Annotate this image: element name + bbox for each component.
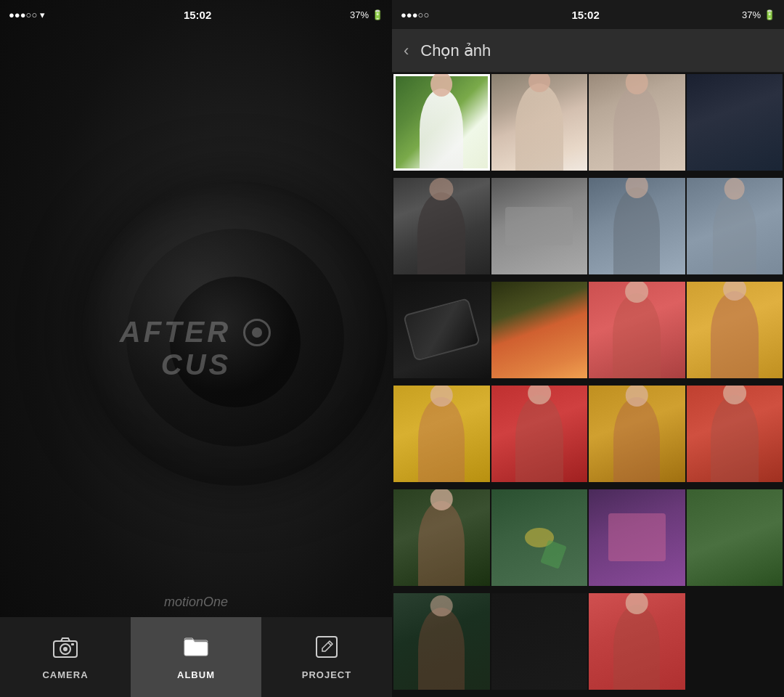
photo-item[interactable] — [687, 386, 783, 482]
photo-item[interactable] — [687, 489, 783, 586]
photo-item[interactable] — [491, 386, 588, 482]
album-label: ALBUM — [177, 669, 215, 680]
photo-item[interactable] — [687, 178, 783, 274]
time-right: 15:02 — [571, 9, 599, 21]
nav-project[interactable]: PROJECT — [261, 617, 392, 697]
camera-label: CAMERA — [42, 669, 88, 680]
battery-percent-left: 37% — [350, 9, 369, 20]
photo-item[interactable] — [491, 593, 588, 690]
svg-rect-3 — [71, 643, 74, 645]
photo-item[interactable] — [589, 489, 685, 586]
logo-text: AFTER CUS — [98, 316, 294, 381]
photo-grid — [392, 73, 784, 697]
left-panel: ●●●○○ ▾ 15:02 37% 🔋 AFTER CUS motionOne — [0, 0, 392, 697]
photo-item[interactable] — [491, 178, 588, 274]
photo-item[interactable] — [393, 178, 490, 274]
brand-text: motionOne — [164, 595, 228, 610]
nav-album[interactable]: ALBUM — [131, 617, 261, 697]
time-left: 15:02 — [184, 9, 211, 21]
battery-left: 37% 🔋 — [350, 9, 383, 20]
page-title: Chọn ảnh — [420, 41, 491, 60]
bottom-nav: CAMERA ALBUM PROJECT — [0, 617, 392, 697]
status-bar-left: ●●●○○ ▾ 15:02 37% 🔋 — [0, 0, 392, 29]
back-button[interactable]: ‹ — [404, 41, 409, 60]
svg-rect-4 — [317, 637, 337, 657]
battery-icon-left: 🔋 — [372, 9, 383, 20]
status-bar-right: ●●●○○ 15:02 37% 🔋 — [392, 0, 784, 29]
photo-item[interactable] — [687, 282, 783, 378]
photo-item[interactable] — [589, 282, 685, 378]
signal-dots: ●●●○○ — [9, 9, 37, 20]
camera-icon — [52, 634, 78, 664]
photo-item[interactable] — [589, 178, 685, 274]
photo-item[interactable] — [589, 386, 685, 482]
photo-item[interactable] — [393, 593, 490, 690]
photo-item[interactable] — [393, 282, 490, 378]
photo-item[interactable] — [393, 386, 490, 482]
photo-item[interactable] — [491, 489, 588, 586]
edit-icon — [314, 634, 340, 664]
photo-picker-header: ‹ Chọn ảnh — [392, 29, 784, 73]
svg-point-2 — [63, 647, 68, 651]
battery-icon-right: 🔋 — [764, 9, 775, 20]
folder-icon — [183, 634, 209, 664]
app-logo: AFTER CUS — [98, 316, 294, 381]
battery-pct-right: 37% — [742, 9, 761, 20]
project-label: PROJECT — [302, 669, 351, 680]
photo-item[interactable] — [491, 282, 588, 378]
right-panel: ●●●○○ 15:02 37% 🔋 ‹ Chọn ảnh — [392, 0, 784, 697]
photo-item[interactable] — [393, 489, 490, 586]
nav-camera[interactable]: CAMERA — [0, 617, 131, 697]
signal-dots-right: ●●●○○ — [401, 9, 429, 20]
signal-info: ●●●○○ ▾ — [9, 9, 45, 20]
wifi-icon: ▾ — [40, 9, 45, 20]
signal-right: ●●●○○ — [401, 9, 429, 20]
photo-item[interactable] — [687, 74, 783, 171]
photo-item[interactable] — [589, 74, 685, 171]
photo-item[interactable] — [491, 74, 588, 171]
aperture-icon — [243, 319, 271, 346]
photo-item[interactable] — [393, 74, 490, 171]
battery-right: 37% 🔋 — [742, 9, 775, 20]
photo-item[interactable] — [589, 593, 685, 690]
